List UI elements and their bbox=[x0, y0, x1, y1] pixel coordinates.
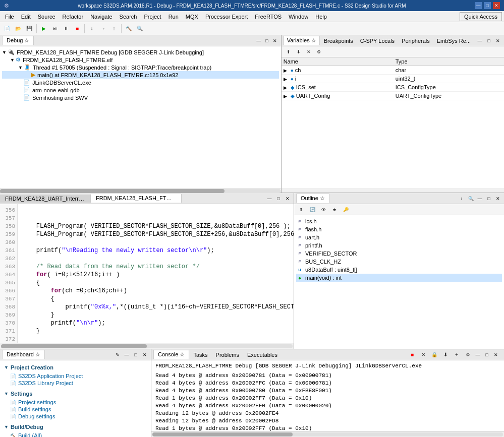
tab-embsys[interactable]: EmbSys Re... bbox=[434, 37, 474, 45]
tab-uart-interrupt[interactable]: FRDM_KEA128_UART_Interrupt.c bbox=[0, 195, 91, 203]
tab-dashboard[interactable]: Dashboard ☆ bbox=[2, 350, 45, 359]
menu-help[interactable]: Help bbox=[312, 13, 330, 21]
debug-tree-item-5[interactable]: 📄 arm-none-eabi-gdb bbox=[2, 86, 279, 94]
tab-peripherals[interactable]: Peripherals bbox=[399, 37, 433, 45]
minimize-button[interactable]: — bbox=[475, 2, 482, 9]
expand-ch[interactable]: ▶ bbox=[284, 68, 287, 73]
outline-verified-sector[interactable]: # VERIFIED_SECTOR bbox=[296, 249, 502, 258]
tab-problems[interactable]: Problems bbox=[212, 351, 243, 359]
toolbar-step-return[interactable]: ↑ bbox=[109, 24, 119, 34]
console-content[interactable]: FRDM_KEA128_FLASH_FTMRE Debug [GDB SEGGE… bbox=[151, 360, 504, 431]
console-stop-btn[interactable]: ■ bbox=[407, 350, 417, 360]
tab-console[interactable]: Console ☆ bbox=[153, 350, 189, 359]
var-toolbar-btn3[interactable]: ✕ bbox=[304, 47, 314, 57]
console-lock-btn[interactable]: 🔒 bbox=[429, 350, 439, 360]
console-scroll-track[interactable] bbox=[152, 432, 503, 436]
var-toolbar-btn4[interactable]: ⚙ bbox=[314, 47, 324, 57]
var-panel-minimize[interactable]: — bbox=[476, 37, 484, 45]
code-scroll-thumb[interactable] bbox=[1, 344, 147, 348]
toolbar-debug[interactable]: ▶ bbox=[39, 24, 49, 34]
code-horizontal-scrollbar[interactable] bbox=[0, 343, 294, 349]
debug-scroll-thumb[interactable] bbox=[0, 189, 225, 193]
outline-filter-btn[interactable]: 🔍 bbox=[467, 195, 475, 203]
menu-freertos[interactable]: FreeRTOS bbox=[252, 13, 285, 21]
dashboard-edit-btn[interactable]: ✎ bbox=[114, 351, 122, 359]
menu-run[interactable]: Run bbox=[165, 13, 182, 21]
var-toolbar-btn2[interactable]: ⬇ bbox=[294, 47, 304, 57]
dashboard-close-btn[interactable]: ✕ bbox=[141, 351, 149, 359]
tab-outline[interactable]: Outline ☆ bbox=[296, 194, 329, 203]
outline-printf-h[interactable]: # printf.h bbox=[296, 241, 502, 249]
console-settings-btn[interactable]: ⚙ bbox=[463, 350, 473, 360]
menu-file[interactable]: File bbox=[2, 13, 17, 21]
tab-flash-ftmre[interactable]: FRDM_KEA128_FLASH_FTMRE.c ☆ bbox=[91, 194, 182, 203]
var-row-i[interactable]: ▶ ● i uint32_t bbox=[282, 75, 504, 83]
debug-horizontal-scrollbar[interactable] bbox=[0, 189, 281, 193]
outline-sort-btn[interactable]: ↕ bbox=[458, 195, 466, 203]
tab-debug[interactable]: Debug ☆ bbox=[2, 36, 34, 45]
toolbar-search[interactable]: 🔍 bbox=[135, 24, 145, 34]
expand-1[interactable]: ▼ bbox=[10, 57, 15, 63]
outline-maximize-btn[interactable]: □ bbox=[485, 195, 493, 203]
code-minimize-btn[interactable]: — bbox=[265, 195, 273, 203]
var-row-uart[interactable]: ▶ ◆ UART_Config UART_ConfigType bbox=[282, 92, 504, 100]
menu-refactor[interactable]: Refactor bbox=[60, 13, 87, 21]
outline-minimize-btn[interactable]: — bbox=[476, 195, 484, 203]
dash-link-build-all[interactable]: 🔨 Build (All) bbox=[4, 432, 147, 437]
var-row-ch[interactable]: ▶ ● ch char bbox=[282, 66, 504, 75]
console-close-btn[interactable]: ✕ bbox=[492, 351, 500, 359]
outline-tb-1[interactable]: ⬆ bbox=[296, 205, 306, 215]
menu-search[interactable]: Search bbox=[117, 13, 140, 21]
expand-uart[interactable]: ▶ bbox=[284, 94, 287, 99]
menu-edit[interactable]: Edit bbox=[18, 13, 34, 21]
outline-tb-4[interactable]: ★ bbox=[329, 205, 340, 215]
outline-tb-3[interactable]: 👁 bbox=[318, 205, 328, 215]
debug-minimize-btn[interactable]: — bbox=[255, 37, 263, 45]
debug-tree-item-4[interactable]: 📄 JLinkGDBServerCL.exe bbox=[2, 79, 279, 86]
console-new-btn[interactable]: + bbox=[452, 350, 462, 360]
dashboard-minimize-btn[interactable]: — bbox=[123, 351, 131, 359]
toolbar-open[interactable]: 📂 bbox=[13, 24, 23, 34]
toolbar-new[interactable]: 📄 bbox=[2, 24, 12, 34]
close-button[interactable]: ✕ bbox=[493, 2, 500, 9]
dash-link-debug-settings[interactable]: 📄 Debug settings bbox=[4, 413, 147, 420]
expand-2[interactable]: ▼ bbox=[18, 65, 23, 70]
menu-project[interactable]: Project bbox=[141, 13, 164, 21]
expand-0[interactable]: ▼ bbox=[2, 50, 7, 55]
toolbar-step-into[interactable]: ↓ bbox=[87, 24, 97, 34]
dashboard-maximize-btn[interactable]: □ bbox=[132, 351, 140, 359]
expand-ics[interactable]: ▶ bbox=[284, 85, 287, 90]
debug-scroll-track[interactable] bbox=[0, 189, 281, 193]
toolbar-build[interactable]: 🔨 bbox=[124, 24, 134, 34]
var-row-ics[interactable]: ▶ ◆ ICS_set ICS_ConfigType bbox=[282, 83, 504, 92]
menu-mqx[interactable]: MQX bbox=[183, 13, 201, 21]
toolbar-suspend[interactable]: ⏸ bbox=[61, 24, 71, 34]
debug-tree-item-0[interactable]: ▼ 🔌 FRDM_KEA128_FLASH_FTMRE Debug [GDB S… bbox=[2, 48, 279, 56]
code-content[interactable]: 356 357 358 359 360 361 362 363 364 365 … bbox=[0, 204, 294, 343]
debug-tree-item-1[interactable]: ▼ ⚙ FRDM_KEA128_FLASH_FTMRE.elf bbox=[2, 56, 279, 64]
code-text[interactable]: FLASH_Program( VERIFIED_SECTOR*FLASH_SEC… bbox=[18, 204, 294, 343]
console-scroll-btn[interactable]: ⬇ bbox=[440, 350, 451, 360]
dash-link-s32ds-app[interactable]: 📄 S32DS Application Project bbox=[4, 372, 147, 380]
toolbar-save[interactable]: 💾 bbox=[24, 24, 34, 34]
tab-tasks[interactable]: Tasks bbox=[189, 351, 211, 359]
tab-executables[interactable]: Executables bbox=[243, 351, 282, 359]
outline-uart-h[interactable]: # uart.h bbox=[296, 233, 502, 241]
dash-link-project-settings[interactable]: 📄 Project settings bbox=[4, 399, 147, 406]
var-toolbar-btn1[interactable]: ⬆ bbox=[284, 47, 294, 57]
debug-maximize-btn[interactable]: □ bbox=[263, 37, 271, 45]
toolbar-terminate[interactable]: ■ bbox=[72, 24, 82, 34]
outline-u8databuff[interactable]: u u8DataBuff : uint8_t[] bbox=[296, 266, 502, 274]
outline-flash-h[interactable]: # flash.h bbox=[296, 225, 502, 233]
console-scroll-thumb[interactable] bbox=[152, 432, 293, 436]
menu-processor-expert[interactable]: Processor Expert bbox=[202, 13, 251, 21]
var-panel-close[interactable]: ✕ bbox=[494, 37, 502, 45]
menu-navigate[interactable]: Navigate bbox=[87, 13, 115, 21]
code-close-btn[interactable]: ✕ bbox=[284, 195, 292, 203]
var-horizontal-scrollbar[interactable] bbox=[282, 189, 504, 193]
code-maximize-btn[interactable]: □ bbox=[274, 195, 283, 203]
debug-tree-item-6[interactable]: 📄 Semihosting and SWV bbox=[2, 94, 279, 101]
tab-cspy-locals[interactable]: C-SPY Locals bbox=[357, 37, 398, 45]
outline-ics-h[interactable]: # ics.h bbox=[296, 217, 502, 225]
console-minimize-btn[interactable]: — bbox=[474, 351, 482, 359]
